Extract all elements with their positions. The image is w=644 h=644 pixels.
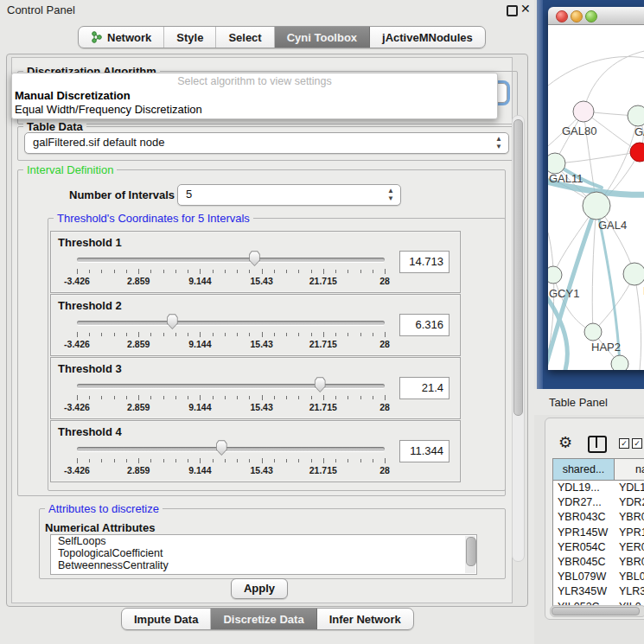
tab-jactivemnodules[interactable]: jActiveMNodules	[370, 27, 485, 48]
checkbox-checked-icon[interactable]: ✓	[632, 438, 642, 449]
node-label-clipped-top: GA	[634, 125, 644, 138]
table-data-combobox[interactable]: galFiltered.sif default node ▲▼	[24, 132, 509, 154]
table-row[interactable]: YBR045CYBR0	[553, 555, 644, 570]
node-hap2[interactable]	[584, 323, 602, 341]
table-cell[interactable]: YER0	[614, 540, 644, 555]
apply-button[interactable]: Apply	[231, 578, 288, 599]
table-row[interactable]: YBL079WYBL0	[553, 570, 644, 584]
slider-thumb[interactable]	[314, 377, 327, 392]
column-header-name[interactable]: na	[615, 459, 644, 480]
node-gcy1[interactable]	[548, 266, 562, 284]
threshold-panel-2: Threshold 2 -3.4262.8599.14415.4321.7152…	[50, 294, 461, 356]
table-cell[interactable]: YDL1	[614, 481, 644, 495]
network-window-titlebar[interactable]	[548, 7, 644, 25]
table-row[interactable]: YBR043CYBR0	[553, 510, 644, 525]
table-cell[interactable]: YBL0	[614, 570, 644, 584]
slider-thumb[interactable]	[166, 314, 179, 329]
node-gal4[interactable]	[583, 192, 610, 220]
network-canvas[interactable]: GAL80 GA C GAL11 GAL4 GCY1 H HAP2	[548, 25, 644, 370]
tab-cyni-toolbox[interactable]: Cyni Toolbox	[275, 27, 370, 48]
table-cell[interactable]: YBR045C	[553, 555, 614, 570]
node-label-gal80: GAL80	[562, 124, 596, 137]
table-cell[interactable]: YPR145W	[553, 526, 614, 540]
table-row[interactable]: YLR345WYLR3	[553, 584, 644, 599]
table-cell[interactable]: YBR0	[614, 555, 644, 570]
minimize-traffic-light-icon[interactable]	[571, 10, 583, 22]
close-icon[interactable]: ✕	[520, 2, 531, 16]
table-cell[interactable]: YER054C	[553, 540, 614, 555]
checkbox-checked-icon[interactable]: ✓	[619, 438, 629, 449]
table-cell[interactable]: YDR2	[614, 495, 644, 510]
slider-track[interactable]	[77, 447, 385, 451]
horizontal-scrollbar[interactable]	[550, 605, 644, 617]
table-row[interactable]: YER054CYER0	[553, 540, 644, 555]
table-cell[interactable]: YPR1	[614, 526, 644, 540]
tab-infer-network[interactable]: Infer Network	[317, 609, 413, 629]
node-label-gal4: GAL4	[598, 219, 627, 232]
table-cell[interactable]: YDR27...	[553, 495, 614, 510]
stepper-arrows-icon: ▲▼	[495, 135, 502, 150]
split-column-icon[interactable]	[588, 436, 607, 453]
node-selected-red[interactable]	[630, 143, 644, 162]
table-cell[interactable]: YBR043C	[553, 510, 614, 525]
slider-track[interactable]	[77, 321, 385, 325]
tab-discretize-data[interactable]: Discretize Data	[211, 609, 316, 629]
close-traffic-light-icon[interactable]	[556, 10, 568, 22]
tab-select[interactable]: Select	[216, 27, 274, 48]
node-label-gal11: GAL11	[549, 172, 583, 185]
slider-track[interactable]	[77, 258, 385, 262]
right-pane: GAL80 GA C GAL11 GAL4 GCY1 H HAP2 Table …	[534, 0, 644, 644]
threshold-value-field[interactable]: 11.344	[399, 440, 450, 462]
node-label-hap2: HAP2	[591, 341, 621, 354]
numerical-attributes-list[interactable]: SelfLoops TopologicalCoefficient Between…	[50, 534, 477, 575]
list-item[interactable]: TopologicalCoefficient	[51, 548, 476, 559]
tab-network[interactable]: Network	[79, 27, 164, 48]
control-panel-titlebar: Control Panel ✕	[0, 0, 534, 19]
table-cell[interactable]: YBR0	[614, 510, 644, 525]
table-panel: ⚙ ✓ ✓ shared... na YDL19...YDL1YDR27...Y…	[545, 418, 644, 620]
node-gal11[interactable]	[548, 153, 565, 174]
stepper-arrows-icon: ▲▼	[387, 187, 394, 202]
threshold-panel-1: Threshold 1 -3.4262.8599.14415.4321.7152…	[50, 231, 461, 293]
table-cell[interactable]: YBL079W	[553, 570, 614, 584]
threshold-value-field[interactable]: 6.316	[399, 314, 450, 336]
node-clipped-bottom[interactable]	[611, 355, 628, 370]
slider-thumb[interactable]	[215, 440, 228, 456]
group-title: Table Data	[23, 120, 86, 133]
popup-item-manual-discretization[interactable]: Manual Discretization	[12, 89, 497, 103]
table-cell[interactable]: YLR345W	[553, 584, 614, 599]
slider-thumb[interactable]	[248, 251, 261, 266]
number-of-intervals-combobox[interactable]: 5 ▲▼	[177, 184, 401, 206]
panel-scrollbar[interactable]	[512, 115, 525, 562]
slider-track[interactable]	[77, 384, 385, 388]
network-window: GAL80 GA C GAL11 GAL4 GCY1 H HAP2	[548, 7, 644, 370]
algorithm-dropdown-popup: Select algorithm to view settings Manual…	[11, 73, 498, 119]
scrollbar-thumb[interactable]	[513, 119, 523, 416]
table-row[interactable]: YPR145WYPR1	[553, 526, 644, 540]
table-row[interactable]: YDR27...YDR2	[553, 495, 644, 510]
node-clipped-top[interactable]	[628, 105, 644, 126]
list-item[interactable]: SelfLoops	[51, 536, 476, 547]
tab-style[interactable]: Style	[164, 27, 216, 48]
node-clipped-right[interactable]	[623, 263, 644, 285]
network-icon	[91, 31, 103, 43]
float-window-icon[interactable]	[507, 5, 518, 16]
zoom-traffic-light-icon[interactable]	[585, 10, 597, 22]
node-gal80[interactable]	[573, 101, 594, 122]
table-panel-titlebar: Table Panel	[534, 389, 644, 415]
column-header-shared-name[interactable]: shared...	[553, 459, 615, 480]
popup-item-equal-width[interactable]: Equal Width/Frequency Discretization	[12, 103, 497, 117]
table-header-row: shared... na	[553, 459, 644, 481]
table-cell[interactable]: YLR3	[614, 584, 644, 599]
table-cell[interactable]: YDL19...	[553, 481, 614, 495]
list-item[interactable]: BetweennessCentrality	[51, 560, 476, 571]
tab-impute-data[interactable]: Impute Data	[122, 609, 211, 629]
network-graph: GAL80 GA C GAL11 GAL4 GCY1 H HAP2	[548, 25, 644, 370]
threshold-value-field[interactable]: 14.713	[399, 251, 450, 273]
scrollbar-thumb[interactable]	[552, 607, 640, 615]
table-row[interactable]: YDL19...YDL1	[553, 481, 644, 495]
gear-icon[interactable]: ⚙	[558, 433, 572, 452]
popup-hint: Select algorithm to view settings	[12, 73, 497, 89]
list-scrollbar[interactable]	[465, 536, 475, 573]
threshold-value-field[interactable]: 21.4	[399, 377, 450, 399]
